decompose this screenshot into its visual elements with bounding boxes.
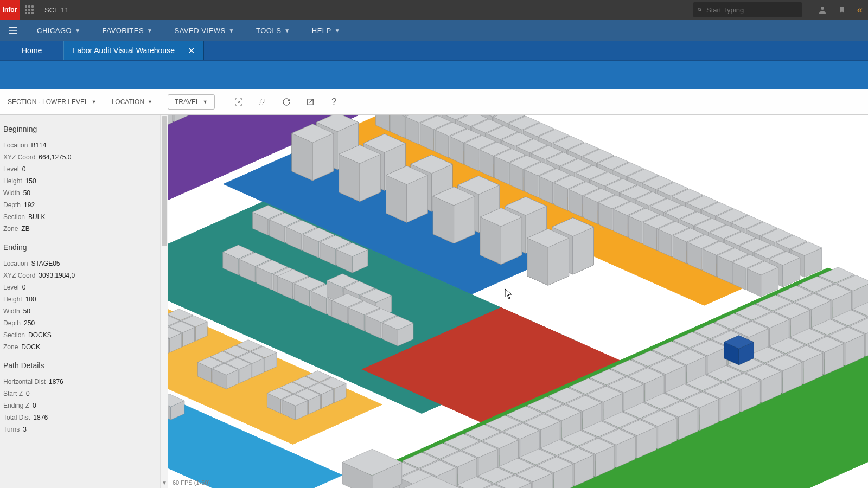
- sidebar-scrollbar[interactable]: ▼: [160, 115, 168, 488]
- app-launcher-icon[interactable]: [20, 0, 39, 20]
- chevron-down-icon: ▼: [229, 28, 234, 34]
- detail-row: Level0: [3, 165, 168, 174]
- details-panel: Beginning LocationB114XYZ Coord664,1275,…: [0, 115, 168, 488]
- detail-value: DOCK: [21, 343, 40, 351]
- detail-label: Zone: [3, 224, 18, 233]
- dd-section[interactable]: SECTION - LOWER LEVEL▼: [8, 98, 97, 106]
- detail-label: Ending Z: [3, 401, 29, 410]
- dd-location[interactable]: LOCATION▼: [112, 98, 152, 106]
- detail-value: ZB: [21, 224, 29, 233]
- detail-value: DOCKS: [28, 331, 52, 339]
- menu-label: TOOLS: [256, 27, 281, 35]
- hamburger-icon[interactable]: [0, 20, 26, 41]
- context-strip: [0, 61, 868, 89]
- detail-value: 1876: [49, 377, 63, 386]
- menu-label: SAVED VIEWS: [174, 27, 225, 35]
- detail-label: Width: [3, 307, 20, 316]
- search-box[interactable]: [693, 2, 802, 17]
- detail-row: Turns3: [3, 425, 168, 434]
- chevron-down-icon: ▼: [284, 28, 290, 34]
- menu-label: FAVORITES: [103, 27, 144, 35]
- detail-value: BULK: [28, 213, 45, 221]
- detail-row: Ending Z0: [3, 401, 168, 410]
- detail-value: 50: [23, 189, 30, 197]
- detail-row: ZoneZB: [3, 224, 168, 233]
- dd-label: TRAVEL: [175, 98, 200, 106]
- chevron-down-icon: ▼: [147, 28, 152, 34]
- tab-home[interactable]: Home: [0, 41, 63, 60]
- detail-label: Location: [3, 259, 28, 268]
- menu-tools[interactable]: TOOLS▼: [245, 20, 301, 41]
- svg-point-6: [238, 101, 239, 103]
- svg-point-2: [821, 7, 824, 10]
- menu-help[interactable]: HELP▼: [301, 20, 351, 41]
- detail-label: Section: [3, 331, 25, 339]
- detail-value: 0: [26, 389, 30, 398]
- section-beginning: Beginning: [3, 125, 168, 133]
- close-icon[interactable]: ✕: [188, 46, 195, 56]
- dd-travel[interactable]: TRAVEL▼: [168, 94, 215, 110]
- detail-value: B114: [31, 141, 46, 150]
- path-icon[interactable]: [251, 92, 275, 112]
- menu-favorites[interactable]: FAVORITES▼: [92, 20, 164, 41]
- detail-label: Level: [3, 165, 19, 174]
- menu-label: HELP: [312, 27, 331, 35]
- chevron-down-icon: ▼: [92, 99, 97, 105]
- detail-row: LocationB114: [3, 141, 168, 150]
- detail-value: 50: [23, 307, 30, 316]
- detail-row: XYZ Coord664,1275,0: [3, 153, 168, 162]
- refresh-icon[interactable]: [275, 92, 298, 112]
- menu-chicago[interactable]: CHICAGO▼: [26, 20, 92, 41]
- menu-label: CHICAGO: [37, 27, 72, 35]
- bookmark-icon[interactable]: [832, 0, 852, 20]
- detail-label: Location: [3, 141, 28, 150]
- detail-label: XYZ Coord: [3, 271, 35, 280]
- search-icon: [698, 6, 702, 14]
- detail-row: Start Z0: [3, 389, 168, 398]
- detail-row: SectionBULK: [3, 213, 168, 221]
- detail-value: 1876: [33, 413, 48, 422]
- svg-point-0: [698, 8, 701, 11]
- user-icon[interactable]: [813, 0, 832, 20]
- detail-row: SectionDOCKS: [3, 331, 168, 339]
- detail-value: 3: [23, 425, 27, 434]
- detail-label: Start Z: [3, 389, 23, 398]
- chevron-down-icon: ▼: [75, 28, 80, 34]
- detail-value: 192: [24, 201, 35, 209]
- dd-label: SECTION - LOWER LEVEL: [8, 98, 88, 106]
- warehouse-3d-view[interactable]: 60 FPS (1-60): [168, 115, 868, 488]
- brand-logo[interactable]: infor: [0, 0, 20, 20]
- detail-value: 3093,1984,0: [39, 271, 75, 280]
- chevron-down-icon: ▼: [203, 99, 208, 105]
- chevron-down-icon: ▼: [148, 99, 152, 105]
- detail-row: ZoneDOCK: [3, 343, 168, 351]
- collapse-panel-icon[interactable]: «: [852, 4, 868, 16]
- detail-label: Width: [3, 189, 20, 197]
- menu-saved-views[interactable]: SAVED VIEWS▼: [163, 20, 245, 41]
- detail-label: Height: [3, 295, 22, 304]
- detail-value: 100: [25, 295, 36, 304]
- detail-row: Depth192: [3, 201, 168, 209]
- search-input[interactable]: [706, 6, 797, 14]
- detail-label: Depth: [3, 319, 21, 328]
- app-title: SCE 11: [39, 6, 69, 14]
- detail-value: 150: [25, 177, 36, 185]
- detail-value: 0: [22, 165, 26, 174]
- dd-label: LOCATION: [112, 98, 144, 106]
- detail-row: Depth250: [3, 319, 168, 328]
- svg-line-1: [700, 10, 701, 11]
- detail-value: STAGE05: [31, 259, 60, 268]
- focus-icon[interactable]: [227, 92, 251, 112]
- detail-row: Height150: [3, 177, 168, 185]
- scroll-down-icon[interactable]: ▼: [161, 480, 168, 486]
- detail-value: 664,1275,0: [39, 153, 71, 162]
- chevron-down-icon: ▼: [335, 28, 340, 34]
- detail-row: Width50: [3, 307, 168, 316]
- detail-row: XYZ Coord3093,1984,0: [3, 271, 168, 280]
- detail-label: XYZ Coord: [3, 153, 35, 162]
- open-external-icon[interactable]: [298, 92, 322, 112]
- detail-label: Height: [3, 177, 22, 185]
- detail-value: 0: [33, 401, 36, 410]
- help-icon[interactable]: ?: [322, 92, 346, 112]
- tab-labor-audit[interactable]: Labor Audit Visual Warehouse ✕: [63, 41, 204, 60]
